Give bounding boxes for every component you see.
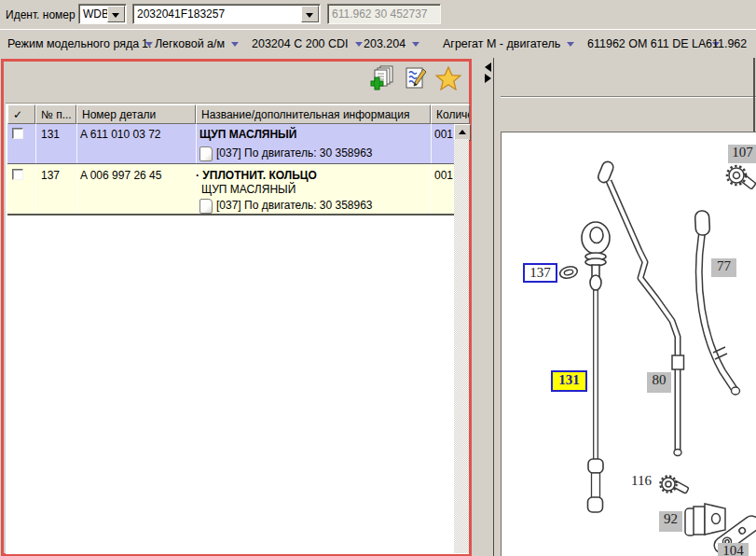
table-row[interactable]: 137 A 006 997 26 45 · УПЛОТНИТ. КОЛЬЦО Щ… xyxy=(7,164,454,215)
column-divider xyxy=(431,124,432,163)
table-row[interactable]: 131 A 611 010 03 72 ЩУП МАСЛЯНЫЙ 001 [03… xyxy=(7,124,454,164)
chevron-down-icon xyxy=(412,42,419,47)
note-icon xyxy=(199,199,213,214)
callout-137[interactable]: 137 xyxy=(523,263,557,283)
callout-116[interactable]: 116 xyxy=(625,473,657,491)
row-num: 131 xyxy=(41,128,60,141)
chevron-down-icon xyxy=(567,42,574,47)
epc-window: Идент. номер WDB 2032041F183257 611.962 … xyxy=(0,0,756,556)
row-part-name2: ЩУП МАСЛЯНЫЙ xyxy=(201,183,296,196)
note-icon xyxy=(199,146,213,161)
row-part-number: A 006 997 26 45 xyxy=(80,169,161,182)
row-checkbox[interactable] xyxy=(12,128,23,139)
menu-model-range-mode[interactable]: Режим модельного ряда xyxy=(7,30,153,59)
guide-tube-80-drawing xyxy=(597,160,684,456)
window-edge xyxy=(753,58,755,132)
tube-77-drawing xyxy=(694,211,739,395)
wdb-prefix-combo[interactable]: WDB xyxy=(78,4,127,24)
bolt-107-drawing xyxy=(727,166,756,189)
column-divider xyxy=(76,164,77,214)
menu-vehicle-class[interactable]: 1. Легковой а/м xyxy=(142,30,239,59)
chevron-down-icon xyxy=(355,42,363,47)
identification-bar: Идент. номер WDB 2032041F183257 611.962 … xyxy=(0,0,756,30)
splitter-collapse-left-button[interactable] xyxy=(485,63,491,72)
vin-combo[interactable]: 2032041F183257 xyxy=(132,4,321,24)
bolt-116-drawing xyxy=(660,476,689,493)
row-num: 137 xyxy=(41,169,60,182)
chevron-down-icon xyxy=(112,13,119,18)
row-checkbox[interactable] xyxy=(12,169,23,180)
vin-value: 2032041F183257 xyxy=(137,7,225,21)
row-part-name: · УПЛОТНИТ. КОЛЬЦО xyxy=(196,169,317,182)
callout-107[interactable]: 107 xyxy=(728,145,756,163)
header-check: ✓ xyxy=(7,104,35,124)
diagram-drawing xyxy=(502,132,756,556)
menu-aggregate[interactable]: Агрегат М - двигатель xyxy=(443,30,574,59)
header-qty: Количес xyxy=(431,104,470,124)
wdb-prefix-value: WDB xyxy=(83,7,109,21)
panel-divider xyxy=(493,58,494,556)
row-part-number: A 611 010 03 72 xyxy=(80,128,161,141)
id-number-label: Идент. номер xyxy=(6,8,76,21)
column-divider xyxy=(196,124,197,163)
callout-104[interactable]: 104 xyxy=(718,543,749,556)
row-qty: 001 xyxy=(434,128,453,141)
splitter-expand-right-button[interactable] xyxy=(485,74,491,83)
diagram-panel-separator xyxy=(501,96,756,98)
chevron-down-icon xyxy=(306,13,313,18)
star-icon xyxy=(436,67,460,90)
menu-model-code[interactable]: 203.204 xyxy=(364,30,419,59)
parts-diagram xyxy=(501,132,756,556)
callout-92[interactable]: 92 xyxy=(659,511,682,532)
vin-dropdown-button[interactable] xyxy=(301,6,319,22)
header-part-number: Номер детали xyxy=(76,104,196,124)
row-part-name: ЩУП МАСЛЯНЫЙ xyxy=(199,128,296,141)
dipstick-131-drawing xyxy=(582,222,610,512)
header-num: № п... xyxy=(35,104,76,124)
menu-engine-code[interactable]: 611.962 xyxy=(706,30,747,59)
navigation-menu-bar: Режим модельного ряда 1. Легковой а/м 20… xyxy=(0,29,756,59)
menu-model[interactable]: 203204 C 200 CDI xyxy=(252,30,363,59)
copy-parts-button[interactable] xyxy=(370,64,396,90)
footnote-text: [037] По двигатель: 30 358963 xyxy=(216,199,373,212)
callout-80[interactable]: 80 xyxy=(647,372,671,393)
engine-number-value: 611.962 30 452737 xyxy=(332,7,428,21)
callout-131-highlighted[interactable]: 131 xyxy=(551,370,587,392)
menu-engine[interactable]: 611962 OM 611 DE LA xyxy=(587,30,720,59)
scrollbar-track[interactable] xyxy=(454,139,469,553)
wdb-prefix-dropdown-button[interactable] xyxy=(107,6,125,22)
engine-number-field: 611.962 30 452737 xyxy=(327,4,441,24)
annotate-button[interactable] xyxy=(405,67,427,90)
column-divider xyxy=(431,164,432,214)
header-name: Название/дополнительная информация xyxy=(196,104,431,124)
column-divider xyxy=(35,124,36,163)
column-divider xyxy=(76,124,77,163)
chevron-down-icon xyxy=(231,42,239,47)
callout-77[interactable]: 77 xyxy=(711,258,736,277)
favorite-star-button[interactable] xyxy=(435,66,461,90)
arrow-up-icon xyxy=(459,130,466,134)
row-qty: 001 xyxy=(434,169,453,182)
column-divider xyxy=(35,164,36,214)
seal-ring-137-drawing xyxy=(558,265,578,280)
clamp-92-drawing xyxy=(685,504,725,535)
footnote-text: [037] По двигатель: 30 358963 xyxy=(216,146,373,160)
